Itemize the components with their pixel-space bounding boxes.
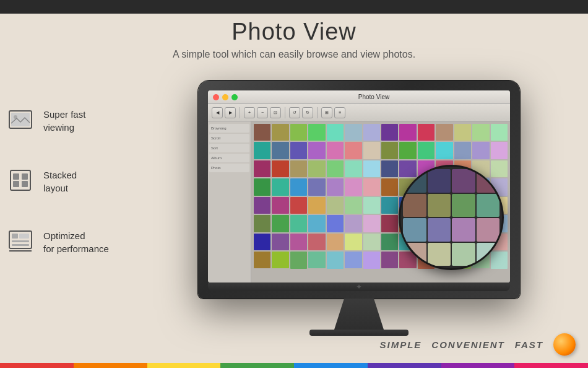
sidebar-item-1[interactable]: Browsing bbox=[209, 124, 249, 133]
photo-cell[interactable] bbox=[327, 142, 344, 159]
photo-cell[interactable] bbox=[363, 215, 380, 232]
photo-cell[interactable] bbox=[399, 142, 416, 159]
photo-cell[interactable] bbox=[363, 142, 380, 159]
photo-cell[interactable] bbox=[381, 160, 398, 177]
toolbar-zoom-out[interactable]: − bbox=[257, 107, 268, 118]
photo-cell[interactable] bbox=[254, 215, 270, 232]
sidebar-item-2[interactable]: Scroll bbox=[209, 134, 249, 142]
photo-cell[interactable] bbox=[308, 215, 325, 232]
toolbar-list[interactable]: ≡ bbox=[334, 107, 345, 118]
photo-cell[interactable] bbox=[290, 252, 307, 268]
photo-cell[interactable] bbox=[254, 124, 270, 141]
photo-cell[interactable] bbox=[381, 234, 398, 250]
photo-cell[interactable] bbox=[491, 160, 508, 177]
photo-cell[interactable] bbox=[272, 142, 288, 159]
photo-cell[interactable] bbox=[363, 197, 380, 214]
photo-cell[interactable] bbox=[327, 160, 344, 177]
photo-cell[interactable] bbox=[272, 215, 288, 232]
magnifier-photo-cell bbox=[428, 194, 451, 217]
photo-cell[interactable] bbox=[254, 178, 270, 195]
bottom-bar-orange bbox=[74, 363, 147, 368]
photo-cell[interactable] bbox=[418, 142, 435, 159]
sidebar-item-3[interactable]: Sort bbox=[209, 144, 249, 152]
photo-cell[interactable] bbox=[491, 142, 508, 159]
toolbar-grid[interactable]: ⊞ bbox=[321, 107, 332, 118]
photo-cell[interactable] bbox=[290, 124, 307, 141]
photo-cell[interactable] bbox=[345, 197, 361, 214]
photo-cell[interactable] bbox=[272, 160, 288, 177]
sidebar-item-4[interactable]: Album bbox=[209, 154, 249, 162]
photo-cell[interactable] bbox=[472, 124, 489, 141]
photo-cell[interactable] bbox=[381, 197, 398, 214]
photo-cell[interactable] bbox=[399, 124, 416, 141]
photo-cell[interactable] bbox=[308, 124, 325, 141]
photo-cell[interactable] bbox=[381, 124, 398, 141]
toolbar-fit[interactable]: ⊡ bbox=[270, 107, 281, 118]
photo-cell[interactable] bbox=[254, 160, 270, 177]
photo-cell[interactable] bbox=[345, 160, 361, 177]
photo-cell[interactable] bbox=[345, 124, 361, 141]
photo-cell[interactable] bbox=[345, 178, 361, 195]
photo-cell[interactable] bbox=[272, 197, 288, 214]
photo-cell[interactable] bbox=[272, 252, 288, 268]
photo-cell[interactable] bbox=[308, 234, 325, 250]
photo-cell[interactable] bbox=[363, 252, 380, 268]
photo-cell[interactable] bbox=[327, 252, 344, 268]
photo-cell[interactable] bbox=[363, 160, 380, 177]
photo-cell[interactable] bbox=[327, 197, 344, 214]
photo-cell[interactable] bbox=[454, 124, 471, 141]
photo-cell[interactable] bbox=[381, 252, 398, 268]
photo-cell[interactable] bbox=[290, 160, 307, 177]
photo-cell[interactable] bbox=[454, 142, 471, 159]
photo-cell[interactable] bbox=[399, 160, 416, 177]
photo-cell[interactable] bbox=[345, 215, 361, 232]
sidebar-item-5[interactable]: Photo bbox=[209, 164, 249, 172]
photo-cell[interactable] bbox=[381, 178, 398, 195]
maximize-button[interactable] bbox=[231, 94, 238, 100]
photo-cell[interactable] bbox=[381, 142, 398, 159]
magnifier-photo-cell bbox=[452, 194, 475, 217]
photo-cell[interactable] bbox=[272, 178, 288, 195]
toolbar-forward[interactable]: ▶ bbox=[225, 107, 236, 118]
photo-cell[interactable] bbox=[272, 124, 288, 141]
toolbar-rotate-right[interactable]: ↻ bbox=[302, 107, 313, 118]
photo-cell[interactable] bbox=[308, 197, 325, 214]
photo-cell[interactable] bbox=[327, 124, 344, 141]
photo-cell[interactable] bbox=[327, 178, 344, 195]
photo-cell[interactable] bbox=[436, 142, 452, 159]
photo-cell[interactable] bbox=[363, 234, 380, 250]
photo-cell[interactable] bbox=[308, 178, 325, 195]
photo-cell[interactable] bbox=[472, 142, 489, 159]
photo-cell[interactable] bbox=[254, 234, 270, 250]
photo-cell[interactable] bbox=[345, 234, 361, 250]
toolbar-rotate-left[interactable]: ↺ bbox=[289, 107, 300, 118]
monitor-container: Photo View ◀ ▶ + − ⊡ ↺ ↻ ⊞ ≡ bbox=[136, 81, 582, 336]
photo-cell[interactable] bbox=[254, 197, 270, 214]
photo-cell[interactable] bbox=[363, 178, 380, 195]
photo-cell[interactable] bbox=[308, 142, 325, 159]
toolbar-back[interactable]: ◀ bbox=[212, 107, 223, 118]
photo-cell[interactable] bbox=[418, 124, 435, 141]
photo-cell[interactable] bbox=[290, 215, 307, 232]
photo-cell[interactable] bbox=[491, 124, 508, 141]
photo-cell[interactable] bbox=[290, 234, 307, 250]
photo-cell[interactable] bbox=[436, 124, 452, 141]
photo-cell[interactable] bbox=[308, 160, 325, 177]
photo-cell[interactable] bbox=[290, 178, 307, 195]
toolbar-zoom-in[interactable]: + bbox=[244, 107, 255, 118]
photo-cell[interactable] bbox=[491, 252, 508, 268]
photo-cell[interactable] bbox=[345, 252, 361, 268]
photo-cell[interactable] bbox=[308, 252, 325, 268]
close-button[interactable] bbox=[213, 94, 219, 100]
photo-cell[interactable] bbox=[254, 252, 270, 268]
photo-cell[interactable] bbox=[290, 197, 307, 214]
minimize-button[interactable] bbox=[222, 94, 228, 100]
photo-cell[interactable] bbox=[290, 142, 307, 159]
photo-cell[interactable] bbox=[381, 215, 398, 232]
photo-cell[interactable] bbox=[272, 234, 288, 250]
photo-cell[interactable] bbox=[345, 142, 361, 159]
photo-cell[interactable] bbox=[327, 234, 344, 250]
photo-cell[interactable] bbox=[254, 142, 270, 159]
photo-cell[interactable] bbox=[363, 124, 380, 141]
photo-cell[interactable] bbox=[327, 215, 344, 232]
